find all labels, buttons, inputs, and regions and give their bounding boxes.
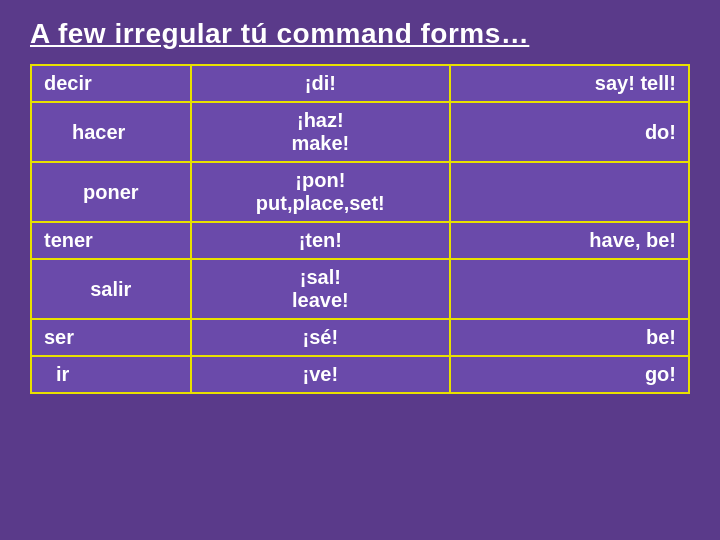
conjugation-table: decir ¡di! say! tell! hacer ¡haz!make! d… [30,64,690,394]
command-cell: ¡sé! [191,319,450,356]
command-cell: ¡ve! [191,356,450,393]
command-cell: ¡pon!put,place,set! [191,162,450,222]
verb-cell: hacer [31,102,191,162]
table-row: ser ¡sé! be! [31,319,689,356]
verb-cell: poner [31,162,191,222]
meaning-cell: be! [450,319,689,356]
table-row: ir ¡ve! go! [31,356,689,393]
table-row: salir ¡sal!leave! [31,259,689,319]
verb-cell: ir [31,356,191,393]
verb-cell: ser [31,319,191,356]
table-row: tener ¡ten! have, be! [31,222,689,259]
table-row: poner ¡pon!put,place,set! [31,162,689,222]
table-row: hacer ¡haz!make! do! [31,102,689,162]
verb-cell: tener [31,222,191,259]
table-row: decir ¡di! say! tell! [31,65,689,102]
meaning-cell: have, be! [450,222,689,259]
verb-cell: decir [31,65,191,102]
meaning-cell: say! tell! [450,65,689,102]
command-cell: ¡haz!make! [191,102,450,162]
command-cell: ¡ten! [191,222,450,259]
command-cell: ¡sal!leave! [191,259,450,319]
meaning-cell: go! [450,356,689,393]
meaning-cell [450,259,689,319]
meaning-cell [450,162,689,222]
command-cell: ¡di! [191,65,450,102]
page-title: A few irregular tú command forms… [30,18,529,50]
meaning-cell: do! [450,102,689,162]
verb-cell: salir [31,259,191,319]
